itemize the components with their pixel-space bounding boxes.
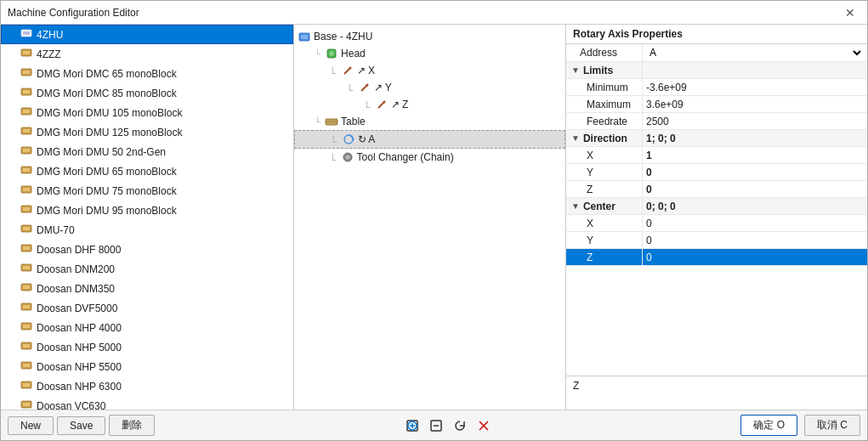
tree-item[interactable]: L↗ Y xyxy=(294,79,565,96)
main-window: Machine Configuration Editor ✕ 4ZHU4ZZZD… xyxy=(0,0,868,441)
tree-item-label: ↗ Y xyxy=(374,82,392,93)
machine-icon xyxy=(20,204,32,217)
svg-rect-37 xyxy=(23,383,30,387)
prop-row-dir-y: Y 0 xyxy=(566,164,867,181)
window-title: Machine Configuration Editor xyxy=(8,7,139,19)
machine-icon xyxy=(20,48,32,60)
svg-rect-3 xyxy=(23,51,30,54)
machine-item[interactable]: DMU-70 xyxy=(1,220,293,240)
tree-content: Base - 4ZHU└HeadL↗ XL↗ YL↗ Z└TableL↻ ALT… xyxy=(294,25,565,410)
machine-item[interactable]: Doosan DVF5000 xyxy=(1,298,293,318)
properties-table: Address A B C ▼ Limits xyxy=(566,44,867,376)
machine-list-panel: 4ZHU4ZZZDMG Mori DMC 65 monoBlockDMG Mor… xyxy=(1,25,294,410)
cen-z-value[interactable]: 0 xyxy=(643,249,867,265)
svg-point-55 xyxy=(346,155,349,159)
prop-row-direction: ▼ Direction 1; 0; 0 xyxy=(566,130,867,147)
svg-rect-13 xyxy=(23,149,30,152)
machine-label: Doosan NHP 5000 xyxy=(37,342,122,353)
tree-connector: L xyxy=(332,66,337,76)
machine-item[interactable]: DMG Mori DMU 75 monoBlock xyxy=(1,181,293,201)
tree-item[interactable]: L↻ A xyxy=(294,130,565,149)
machine-list[interactable]: 4ZHU4ZZZDMG Mori DMC 65 monoBlockDMG Mor… xyxy=(1,25,293,410)
machine-item[interactable]: DMG Mori DMU 95 monoBlock xyxy=(1,201,293,220)
machine-icon xyxy=(20,106,32,119)
machine-item[interactable]: Doosan NHP 4000 xyxy=(1,318,293,337)
machine-item[interactable]: DMG Mori DMU 50 2nd-Gen xyxy=(1,142,293,161)
minimum-label: Minimum xyxy=(566,79,643,95)
tree-item[interactable]: Base - 4ZHU xyxy=(294,28,565,45)
svg-rect-23 xyxy=(23,246,30,250)
tree-item[interactable]: L↗ Z xyxy=(294,96,565,113)
axis-icon xyxy=(341,64,355,77)
confirm-buttons: 确定 O 取消 C xyxy=(740,415,860,436)
machine-label: Doosan DNM200 xyxy=(37,263,115,275)
dir-z-value[interactable]: 0 xyxy=(643,181,867,197)
cen-x-value[interactable]: 0 xyxy=(643,215,867,231)
tree-item[interactable]: LTool Changer (Chain) xyxy=(294,149,565,166)
machine-item[interactable]: Doosan NHP 5000 xyxy=(1,337,293,357)
machine-item[interactable]: Doosan DNM350 xyxy=(1,279,293,298)
tree-item[interactable]: └Head xyxy=(294,45,565,62)
cen-z-label[interactable]: Z xyxy=(566,249,643,265)
properties-panel: Rotary Axis Properties Address A B C xyxy=(566,25,867,410)
machine-item[interactable]: DMG Mori DMC 85 monoBlock xyxy=(1,83,293,103)
svg-marker-53 xyxy=(353,138,355,141)
cen-y-value[interactable]: 0 xyxy=(643,232,867,248)
direction-value: 1; 0; 0 xyxy=(643,130,867,146)
svg-rect-50 xyxy=(326,119,338,125)
dir-y-value[interactable]: 0 xyxy=(643,164,867,180)
cen-y-label: Y xyxy=(566,232,643,248)
svg-rect-39 xyxy=(23,403,30,406)
machine-icon xyxy=(20,263,32,275)
refresh-icon[interactable] xyxy=(451,416,469,435)
svg-rect-33 xyxy=(23,344,30,348)
tree-item-label: ↗ X xyxy=(357,65,375,76)
prop-row-cen-x: X 0 xyxy=(566,215,867,232)
machine-item[interactable]: Doosan DHF 8000 xyxy=(1,240,293,259)
machine-label: DMG Mori DMC 85 monoBlock xyxy=(37,88,177,99)
minimum-value[interactable]: -3.6e+09 xyxy=(643,79,867,95)
center-value: 0; 0; 0 xyxy=(643,198,867,214)
tree-item[interactable]: L↗ X xyxy=(294,62,565,79)
delete-icon[interactable] xyxy=(474,416,493,435)
confirm-button[interactable]: 确定 O xyxy=(740,415,797,436)
cen-x-label: X xyxy=(566,215,643,231)
address-select[interactable]: A B C xyxy=(646,46,864,59)
export-icon[interactable] xyxy=(427,416,445,435)
tree-item-label: ↗ Z xyxy=(391,99,409,110)
machine-item[interactable]: DMG Mori DMU 65 monoBlock xyxy=(1,161,293,181)
feedrate-value[interactable]: 2500 xyxy=(643,113,867,129)
machine-item[interactable]: DMG Mori DMU 105 monoBlock xyxy=(1,103,293,122)
new-button[interactable]: New xyxy=(8,416,54,435)
machine-label: Doosan VC630 xyxy=(37,400,105,410)
address-value[interactable]: A B C xyxy=(643,44,867,61)
machine-label: DMG Mori DMU 95 monoBlock xyxy=(37,205,177,217)
delete-button[interactable]: 删除 xyxy=(109,415,155,436)
import-icon[interactable] xyxy=(403,416,422,435)
save-button[interactable]: Save xyxy=(57,416,105,435)
machine-item[interactable]: Doosan NHP 6300 xyxy=(1,376,293,396)
svg-rect-19 xyxy=(23,207,30,211)
maximum-value[interactable]: 3.6e+09 xyxy=(643,96,867,112)
cancel-button[interactable]: 取消 C xyxy=(804,415,860,436)
machine-item[interactable]: 4ZZZ xyxy=(1,44,293,64)
close-button[interactable]: ✕ xyxy=(840,4,860,21)
base-icon xyxy=(298,30,311,43)
limits-label: ▼ Limits xyxy=(566,62,643,78)
toolbar-icons xyxy=(403,416,493,435)
machine-item[interactable]: 4ZHU xyxy=(1,25,293,44)
machine-item[interactable]: Doosan NHP 5500 xyxy=(1,357,293,376)
tree-item[interactable]: └Table xyxy=(294,113,565,130)
prop-row-cen-z: Z 0 xyxy=(566,249,867,266)
center-label: ▼ Center xyxy=(566,198,643,214)
machine-item[interactable]: Doosan VC630 xyxy=(1,396,293,410)
direction-label: ▼ Direction xyxy=(566,130,643,146)
machine-label: 4ZHU xyxy=(37,29,63,41)
limits-triangle: ▼ xyxy=(571,65,580,75)
machine-item[interactable]: Doosan DNM200 xyxy=(1,259,293,279)
bottom-toolbar: New Save 删除 xyxy=(1,410,867,440)
dir-x-value[interactable]: 1 xyxy=(643,147,867,163)
tree-item-label: Base - 4ZHU xyxy=(314,31,372,42)
machine-item[interactable]: DMG Mori DMC 65 monoBlock xyxy=(1,64,293,83)
machine-item[interactable]: DMG Mori DMU 125 monoBlock xyxy=(1,122,293,142)
